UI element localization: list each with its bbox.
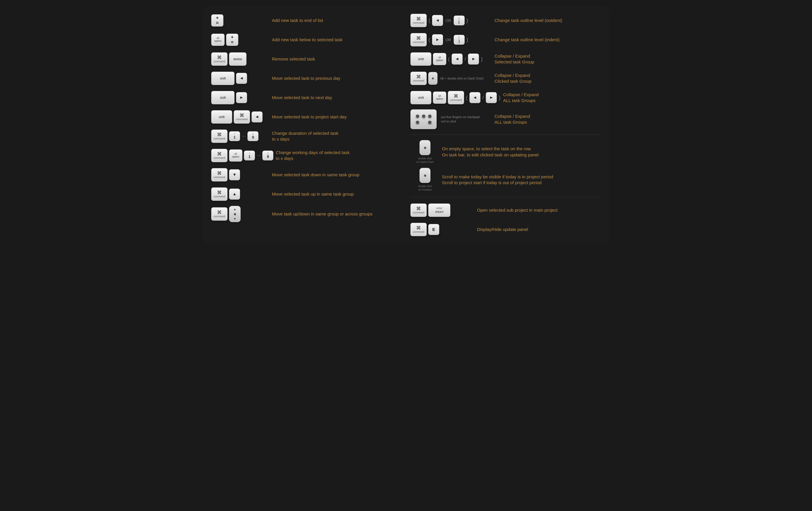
paren-open-3: ( — [448, 56, 450, 62]
mouse-icon-gantt — [419, 140, 431, 155]
keys-prev-day: shift ◄ — [211, 72, 269, 85]
shortcut-working-days: ⌘ command alt option ! 1 ··· ( 9 Change … — [211, 148, 402, 163]
key-left-r3: ◄ — [452, 54, 463, 64]
key-left-r4: ◄ — [469, 92, 481, 103]
keys-move-down: ⌘ command ▼ — [211, 168, 269, 182]
trackpad-dot-1 — [416, 115, 419, 118]
shortcut-next-day: shift ► Move selected task to next day — [211, 90, 402, 105]
dbl-click-gantt-label: double clickon Gantt Chart — [416, 157, 433, 164]
paren-close-3: ) — [481, 56, 483, 62]
shortcut-prev-day: shift ◄ Move selected task to previous d… — [211, 71, 402, 86]
desc-outdent: Change task outline level (outdent) — [494, 18, 601, 23]
or-text-1: OR — [445, 19, 451, 23]
key-cmd-1: ⌘ command — [211, 52, 228, 66]
desc-remove: Remove selected task — [272, 56, 402, 62]
keys-collapse-clicked: ⌘ command (⌘ + double click on Gantt Cha… — [410, 72, 492, 85]
shortcut-outdent: ⌘ command ( ◄ OR { [ ) Change task outli… — [410, 13, 601, 28]
paren-open-4: ( — [466, 95, 468, 101]
key-shift-r2: shift — [410, 91, 431, 104]
key-cmd-5: ⌘ command — [211, 168, 228, 182]
or-text-2: OR — [445, 38, 451, 42]
key-down-arrow: ▼ — [229, 169, 240, 180]
keys-display-panel: ⌘ command E — [410, 223, 475, 236]
paren-open-2: ( — [429, 37, 430, 43]
desc-collapse-clicked: Collapse / Expand Clicked task Group — [494, 73, 601, 84]
key-right-r4: ► — [486, 92, 497, 103]
key-brace-2: } ] — [454, 35, 465, 45]
mouse-gantt-wrapper: double clickon Gantt Chart — [410, 140, 440, 164]
shortcut-add-below: alt option += Add new task below to sele… — [211, 32, 402, 47]
key-1: ! 1 — [229, 131, 240, 141]
shortcut-move-down: ⌘ command ▼ Move selected task down in s… — [211, 167, 402, 182]
shortcut-open-subproject: ⌘ command enter return Open selected sub… — [410, 203, 601, 218]
dots-1: ··· — [242, 134, 245, 139]
key-plus-equal-2: += — [226, 34, 238, 46]
key-alt-option-r1: alt option — [433, 53, 446, 65]
slash-2: / — [483, 95, 484, 100]
separator-line — [410, 134, 601, 135]
desc-next-day: Move selected task to next day — [272, 95, 402, 101]
key-shift-r1: shift — [410, 52, 431, 66]
desc-trackpad: Collapse / Expand ALL task Groups — [494, 113, 601, 126]
key-right-arrow-1: ► — [236, 92, 247, 103]
dots-2: ··· — [257, 153, 261, 158]
mouse-icon-click — [428, 72, 438, 85]
paren-close-4: ) — [499, 95, 500, 101]
desc-display-panel: Display/Hide update panel — [477, 226, 601, 233]
key-9b: ( 9 — [262, 151, 273, 161]
key-right-r2: ► — [432, 34, 443, 45]
keyboard-shortcuts-container: += Add new task to end of list alt optio… — [203, 6, 609, 244]
paren-close-1: ) — [466, 18, 468, 24]
shortcut-dbl-timeline: double clickon Timeline Scroll to make t… — [410, 168, 601, 191]
keys-add-below: alt option += — [211, 34, 269, 46]
keys-open-subproject: ⌘ command enter return — [410, 204, 475, 217]
shortcut-start-day: shift ⌘ command ◄ Move selected task to … — [211, 109, 402, 125]
keys-working-days: ⌘ command alt option ! 1 ··· ( 9 — [211, 149, 273, 162]
key-left-r1: ◄ — [432, 15, 443, 26]
desc-move-down: Move selected task down in same task gro… — [272, 172, 402, 178]
key-1b: ! 1 — [244, 151, 255, 161]
shortcut-trackpad: put five fingers on trackpadnot to click… — [410, 109, 601, 129]
key-e: E — [428, 224, 439, 235]
key-alt-option-r2: alt option — [433, 91, 446, 104]
shortcut-move-up: ⌘ command ▲ Move selected task up in sam… — [211, 187, 402, 202]
trackpad-icon — [410, 109, 437, 129]
keys-add-end: += — [211, 14, 269, 27]
shortcut-duration: ⌘ command ! 1 ··· ( 9 Change duaration o… — [211, 129, 402, 144]
keys-trackpad: put five fingers on trackpadnot to click — [410, 109, 492, 129]
desc-collapse-all: Collapse / Expand ALL task Groups — [503, 92, 601, 104]
trackpad-dot-3 — [428, 115, 431, 118]
desc-duration: Change duaration of selected task to x d… — [272, 130, 402, 142]
key-cmd-4: ⌘ command — [211, 149, 228, 162]
desc-start-day: Move selected task to project start day — [272, 114, 402, 120]
key-shift-2: shift — [211, 91, 235, 104]
key-cmd-r4: ⌘ command — [410, 72, 427, 85]
shortcut-display-panel: ⌘ command E Display/Hide update panel — [410, 222, 601, 237]
keys-outdent: ⌘ command ( ◄ OR { [ ) — [410, 14, 492, 27]
dbl-click-timeline-label: double clickon Timeline — [418, 185, 432, 191]
key-cmd-r1: ⌘ command — [410, 14, 427, 27]
keys-collapse-selected: shift alt option ( ◄ / ► ) — [410, 52, 492, 66]
shortcut-move-updown: ⌘ command ▲ ▼ Move task up/down in same … — [211, 206, 402, 222]
shortcut-add-end: += Add new task to end of list — [211, 13, 402, 28]
keys-start-day: shift ⌘ command ◄ — [211, 110, 269, 124]
desc-dbl-timeline: Scroll to make today be visible if today… — [442, 174, 601, 186]
key-brace-1: { [ — [454, 16, 465, 25]
key-enter-return: enter return — [428, 204, 451, 217]
desc-prev-day: Move selected task to previous day — [272, 75, 402, 81]
gantt-dbl-click-label: (⌘ + double click on Gantt Chart) — [440, 77, 484, 80]
key-cmd-6: ⌘ command — [211, 187, 228, 201]
desc-move-updown: Move task up/down in same group or acros… — [272, 211, 402, 217]
key-cmd-r10: ⌘ command — [410, 223, 427, 236]
trackpad-dot-4 — [416, 121, 419, 124]
desc-indent: Change task outline level (indent) — [494, 37, 601, 43]
paren-close-2: ) — [466, 37, 468, 43]
shortcut-dbl-gantt: double clickon Gantt Chart On empty spac… — [410, 140, 601, 164]
keys-collapse-all: shift alt option ⌘ command ( ◄ / ► ) — [410, 91, 501, 104]
key-right-r3: ► — [468, 54, 479, 64]
shortcut-indent: ⌘ command ( ► OR } ] ) Change task outli… — [410, 32, 601, 47]
mouse-icon-timeline — [419, 168, 431, 183]
key-cmd-7: ⌘ command — [211, 207, 228, 221]
desc-open-subproject: Open selected sub project in main projec… — [477, 207, 601, 213]
key-shift-1: shift — [211, 72, 235, 85]
